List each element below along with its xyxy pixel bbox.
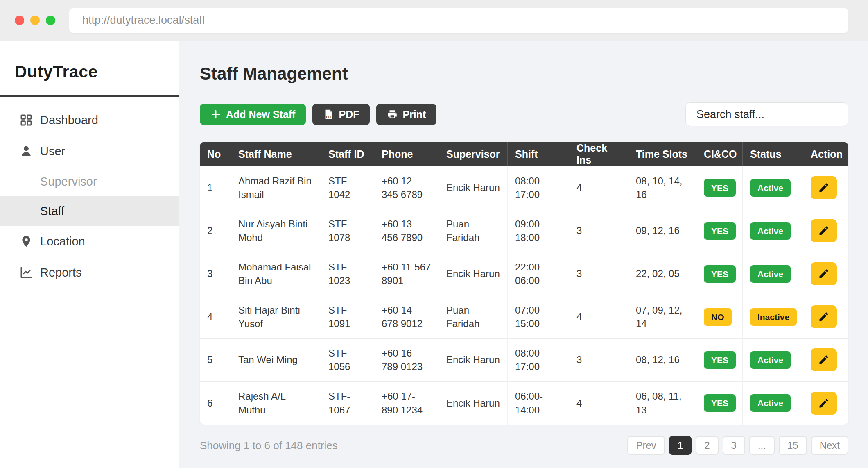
sidebar-item-reports[interactable]: Reports (0, 257, 179, 288)
edit-staff-button[interactable] (811, 392, 837, 415)
cell-no: 2 (200, 209, 231, 252)
url-bar[interactable]: http://dutytrace.local/staff (69, 8, 848, 33)
print-button[interactable]: Print (376, 104, 436, 125)
cell-supervisor: Encik Harun (439, 339, 508, 382)
cell-time-slots: 06, 08, 11, 13 (628, 382, 696, 425)
close-window-button[interactable] (15, 16, 24, 25)
cell-supervisor: Puan Faridah (439, 209, 508, 252)
sidebar-item-location[interactable]: Location (0, 226, 179, 257)
sidebar-item-label: Location (40, 235, 85, 248)
col-header-shift: Shift (508, 142, 569, 166)
cico-badge: YES (704, 179, 736, 197)
pdf-export-button[interactable]: PDF PDF (312, 104, 370, 125)
status-badge: Active (750, 351, 791, 369)
main-content: Staff Management Add New Staff PDF PDF P… (179, 41, 868, 468)
cell-check-ins: 4 (569, 382, 628, 425)
pagination-page-15[interactable]: 15 (779, 436, 807, 455)
pagination-page-2[interactable]: 2 (696, 436, 718, 455)
minimize-window-button[interactable] (30, 16, 40, 25)
cell-phone: +60 11-567 8901 (374, 252, 439, 295)
cell-no: 1 (200, 166, 231, 209)
cell-time-slots: 08, 10, 14, 16 (628, 166, 696, 209)
maximize-window-button[interactable] (46, 16, 55, 25)
cell-cico: YES (696, 382, 743, 425)
staff-table-card: No Staff Name Staff ID Phone Supervisor … (200, 142, 848, 425)
window-controls (15, 16, 55, 25)
dashboard-grid-icon (20, 114, 33, 127)
cell-supervisor: Puan Faridah (439, 295, 508, 339)
url-text: http://dutytrace.local/staff (82, 14, 205, 27)
search-input[interactable] (685, 102, 848, 126)
col-header-action: Action (803, 142, 848, 166)
cell-cico: YES (696, 166, 743, 209)
col-header-status: Status (743, 142, 803, 166)
pagination: Prev 1 2 3 ... 15 Next (627, 436, 848, 455)
toolbar: Add New Staff PDF PDF Print (200, 102, 848, 126)
sidebar-item-supervisor[interactable]: Supervisor (0, 167, 179, 196)
cell-check-ins: 3 (569, 209, 628, 252)
cell-no: 5 (200, 339, 231, 382)
cell-cico: YES (696, 339, 743, 382)
pencil-icon (818, 268, 830, 279)
sidebar-item-label: User (40, 145, 65, 158)
cell-shift: 08:00-17:00 (508, 166, 569, 209)
add-new-staff-button[interactable]: Add New Staff (200, 104, 306, 125)
cell-staff-name: Nur Aisyah Binti Mohd (231, 209, 321, 252)
cell-check-ins: 4 (569, 166, 628, 209)
edit-staff-button[interactable] (811, 305, 837, 328)
cell-status: Active (743, 209, 803, 252)
sidebar-item-user[interactable]: User (0, 136, 179, 167)
cell-action (803, 252, 848, 295)
cell-staff-name: Siti Hajar Binti Yusof (231, 295, 321, 339)
plus-icon (210, 109, 221, 120)
cell-staff-id: STF-1042 (321, 166, 374, 209)
print-button-label: Print (402, 109, 426, 120)
edit-staff-button[interactable] (811, 348, 837, 371)
cell-action (803, 209, 848, 252)
cell-cico: YES (696, 252, 743, 295)
pagination-prev-button[interactable]: Prev (627, 436, 665, 455)
cell-status: Active (743, 382, 803, 425)
cell-no: 4 (200, 295, 231, 339)
cell-time-slots: 09, 12, 16 (628, 209, 696, 252)
sidebar-item-staff[interactable]: Staff (0, 196, 179, 226)
cell-check-ins: 3 (569, 252, 628, 295)
pagination-ellipsis[interactable]: ... (749, 436, 775, 455)
cell-phone: +60 12-345 6789 (374, 166, 439, 209)
cell-action (803, 295, 848, 339)
cell-status: Active (743, 166, 803, 209)
cell-phone: +60 16-789 0123 (374, 339, 439, 382)
table-row: 1Ahmad Razif Bin IsmailSTF-1042+60 12-34… (200, 166, 848, 209)
pagination-page-1[interactable]: 1 (669, 436, 692, 455)
status-badge: Active (750, 394, 791, 412)
user-icon (20, 145, 33, 158)
pencil-icon (818, 354, 830, 366)
col-header-check-ins: Check Ins (569, 142, 628, 166)
cico-badge: YES (704, 222, 736, 240)
edit-staff-button[interactable] (811, 176, 837, 199)
cell-time-slots: 08, 12, 16 (628, 339, 696, 382)
cell-no: 6 (200, 382, 231, 425)
table-footer: Showing 1 to 6 of 148 entries Prev 1 2 3… (200, 436, 848, 455)
edit-staff-button[interactable] (811, 262, 837, 285)
entries-summary: Showing 1 to 6 of 148 entries (200, 439, 338, 452)
cell-status: Active (743, 339, 803, 382)
edit-staff-button[interactable] (811, 219, 837, 242)
status-badge: Active (750, 265, 791, 283)
pencil-icon (818, 225, 830, 236)
cell-cico: NO (696, 295, 743, 339)
cell-staff-id: STF-1067 (321, 382, 374, 425)
reports-chart-icon (20, 266, 33, 279)
col-header-time-slots: Time Slots (628, 142, 696, 166)
page-title: Staff Management (200, 64, 848, 84)
sidebar-item-dashboard[interactable]: Dashboard (0, 105, 179, 136)
pagination-next-button[interactable]: Next (811, 436, 848, 455)
pagination-page-3[interactable]: 3 (723, 436, 745, 455)
col-header-staff-name: Staff Name (231, 142, 321, 166)
pdf-button-label: PDF (339, 109, 359, 120)
add-new-staff-label: Add New Staff (226, 109, 295, 120)
cell-check-ins: 3 (569, 339, 628, 382)
cico-badge: YES (704, 351, 736, 369)
status-badge: Inactive (750, 308, 797, 326)
col-header-cico: CI&CO (696, 142, 743, 166)
